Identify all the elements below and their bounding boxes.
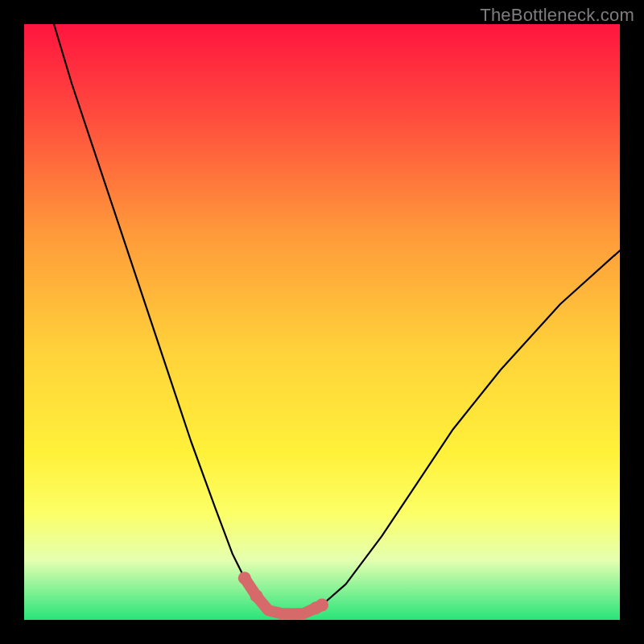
optimal-dot <box>250 589 263 602</box>
optimal-dot <box>316 599 328 612</box>
watermark: TheBottleneck.com <box>480 5 634 26</box>
gradient-area <box>24 24 620 620</box>
frame: TheBottleneck.com <box>0 0 644 644</box>
optimal-dot <box>238 572 251 584</box>
bottleneck-chart <box>24 24 620 620</box>
